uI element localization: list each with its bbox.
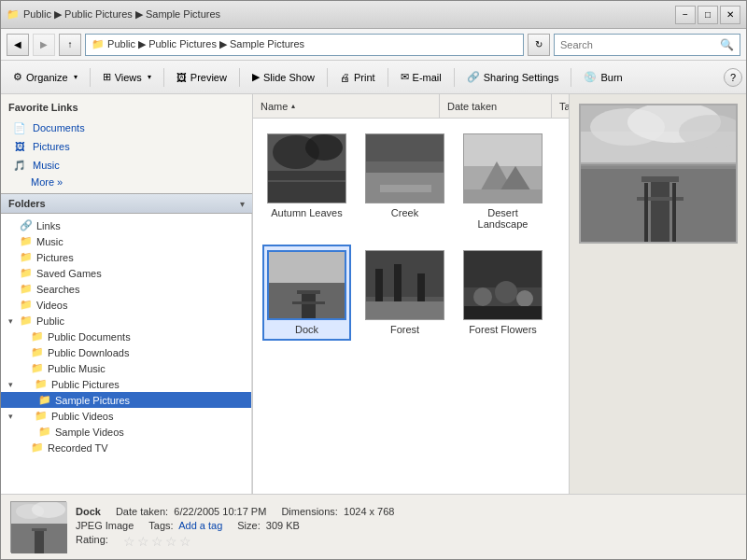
svg-point-29	[473, 287, 492, 306]
thumb-forest-flowers[interactable]: Forest Flowers	[458, 245, 547, 341]
burn-icon: 💿	[584, 71, 597, 83]
folder-links[interactable]: 🔗 Links	[1, 217, 251, 233]
folder-public-downloads[interactable]: 📁 Public Downloads	[1, 344, 251, 360]
help-button[interactable]: ?	[724, 68, 742, 87]
sample-pictures-icon: 📁	[38, 394, 51, 406]
thumb-img-creek	[365, 133, 444, 203]
thumb-label-forest-flowers: Forest Flowers	[469, 324, 537, 335]
svg-rect-32	[464, 306, 542, 320]
print-icon: 🖨	[340, 72, 350, 83]
maximize-button[interactable]: □	[698, 6, 718, 24]
folder-public-documents[interactable]: 📁 Public Documents	[1, 329, 251, 344]
fav-pictures[interactable]: 🖼 Pictures	[8, 137, 245, 156]
toolbar-sep-3	[239, 68, 240, 87]
close-button[interactable]: ✕	[720, 6, 740, 24]
folder-sample-videos[interactable]: 📁 Sample Videos	[1, 424, 251, 440]
folder-sample-pictures[interactable]: 📁 Sample Pictures	[1, 392, 251, 408]
titlebar-controls: − □ ✕	[675, 6, 740, 24]
sharing-button[interactable]: 🔗 Sharing Settings	[458, 64, 568, 91]
forward-button[interactable]: ▶	[33, 34, 55, 56]
fav-documents[interactable]: 📄 Documents	[8, 119, 245, 137]
folder-public[interactable]: ▾ 📁 Public	[1, 313, 251, 329]
thumb-img-autumn-leaves	[267, 133, 346, 203]
folder-videos[interactable]: 📁 Videos	[1, 297, 251, 313]
thumb-creek[interactable]: Creek	[360, 128, 449, 235]
preview-image	[579, 104, 738, 244]
folder-public-music[interactable]: 📁 Public Music	[1, 360, 251, 376]
preview-button[interactable]: 🖼 Preview	[168, 64, 235, 91]
organize-icon: ⚙	[13, 71, 22, 83]
star-2[interactable]: ☆	[137, 534, 149, 549]
svg-rect-52	[35, 530, 44, 553]
thumb-forest[interactable]: Forest	[360, 245, 449, 341]
folders-title: Folders	[8, 198, 46, 209]
search-input[interactable]	[560, 39, 716, 50]
saved-games-icon: 📁	[20, 267, 33, 279]
status-row-1: Dock Date taken: 6/22/2005 10:17 PM Dime…	[76, 506, 737, 517]
thumb-desert-landscape[interactable]: Desert Landscape	[458, 128, 547, 235]
fav-music[interactable]: 🎵 Music	[8, 156, 245, 175]
col-tags[interactable]: Tags	[552, 94, 569, 118]
address-path[interactable]: 📁 Public ▶ Public Pictures ▶ Sample Pict…	[85, 34, 524, 56]
toolbar-sep-7	[571, 68, 571, 87]
music-folder-icon: 📁	[20, 235, 33, 247]
svg-rect-53	[32, 528, 47, 531]
email-button[interactable]: ✉ E-mail	[392, 64, 450, 91]
star-4[interactable]: ☆	[165, 534, 177, 549]
status-stars: ☆ ☆ ☆ ☆ ☆	[123, 534, 191, 549]
more-link[interactable]: More »	[8, 175, 245, 189]
folder-saved-games[interactable]: 📁 Saved Games	[1, 265, 251, 281]
thumb-dock[interactable]: Dock	[262, 245, 351, 341]
folder-searches[interactable]: 📁 Searches	[1, 281, 251, 297]
star-3[interactable]: ☆	[151, 534, 163, 549]
public-documents-icon: 📁	[31, 330, 44, 343]
svg-rect-1	[268, 171, 345, 203]
email-icon: ✉	[401, 71, 409, 83]
thumb-autumn-leaves[interactable]: Autumn Leaves	[262, 128, 351, 235]
status-filetype: JPEG Image	[76, 520, 134, 531]
thumb-label-creek: Creek	[391, 207, 418, 218]
svg-rect-43	[637, 197, 684, 201]
col-date[interactable]: Date taken	[440, 94, 552, 118]
thumb-img-dock	[267, 250, 346, 320]
views-icon: ⊞	[103, 71, 111, 83]
pictures-folder-icon: 📁	[20, 251, 33, 263]
print-button[interactable]: 🖨 Print	[331, 64, 384, 91]
recorded-tv-icon: 📁	[31, 441, 44, 454]
titlebar: 📁 Public ▶ Public Pictures ▶ Sample Pict…	[1, 1, 746, 29]
back-button[interactable]: ◀	[7, 34, 29, 56]
titlebar-path-text: Public ▶ Public Pictures ▶ Sample Pictur…	[23, 8, 220, 21]
svg-point-31	[516, 290, 533, 307]
col-name[interactable]: Name ▴	[253, 94, 440, 118]
thumb-svg-dock	[269, 250, 345, 320]
public-pictures-icon: 📁	[35, 378, 48, 390]
sharing-icon: 🔗	[467, 71, 480, 83]
svg-rect-11	[464, 133, 542, 166]
minimize-button[interactable]: −	[675, 6, 696, 24]
star-5[interactable]: ☆	[179, 534, 191, 549]
folder-public-videos[interactable]: ▾ 📁 Public Videos	[1, 408, 251, 424]
slideshow-button[interactable]: ▶ Slide Show	[244, 64, 323, 91]
thumb-svg-forest	[366, 250, 444, 320]
svg-rect-19	[297, 290, 320, 294]
views-button[interactable]: ⊞ Views ▾	[94, 64, 160, 91]
folder-music[interactable]: 📁 Music	[1, 233, 251, 249]
statusbar: Dock Date taken: 6/22/2005 10:17 PM Dime…	[1, 494, 746, 559]
slideshow-icon: ▶	[252, 71, 260, 83]
star-1[interactable]: ☆	[123, 534, 135, 549]
folder-public-pictures[interactable]: ▾ 📁 Public Pictures	[1, 376, 251, 392]
organize-button[interactable]: ⚙ Organize ▾	[5, 64, 86, 91]
folders-header[interactable]: Folders ▾	[1, 193, 252, 214]
refresh-button[interactable]: ↻	[528, 34, 550, 56]
svg-rect-26	[366, 301, 444, 320]
window: 📁 Public ▶ Public Pictures ▶ Sample Pict…	[0, 0, 747, 560]
documents-icon: 📄	[12, 120, 27, 135]
status-row-3: Rating: ☆ ☆ ☆ ☆ ☆	[76, 534, 737, 549]
thumb-img-forest-flowers	[463, 250, 543, 320]
up-button[interactable]: ↑	[59, 34, 81, 56]
burn-button[interactable]: 💿 Burn	[575, 64, 630, 91]
svg-rect-45	[672, 183, 676, 244]
svg-rect-41	[651, 178, 669, 244]
folder-recorded-tv[interactable]: 📁 Recorded TV	[1, 440, 251, 455]
folder-pictures[interactable]: 📁 Pictures	[1, 249, 251, 265]
